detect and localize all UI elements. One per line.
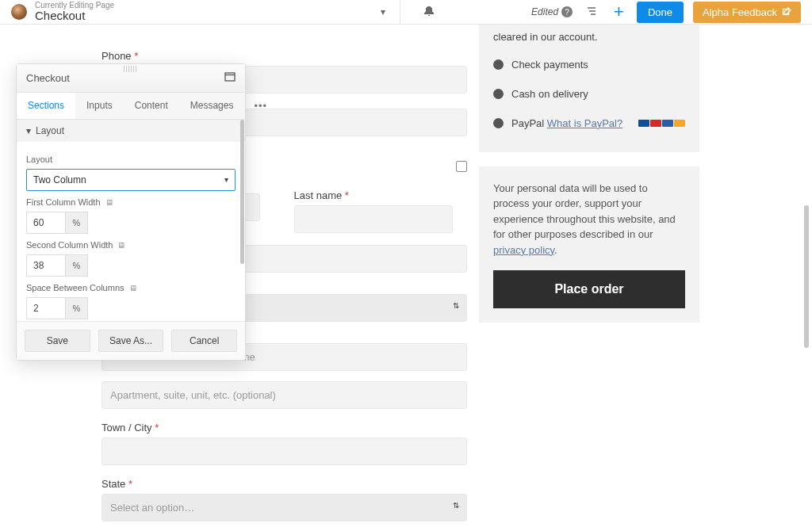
paypal-help-link[interactable]: What is PayPal? — [547, 117, 622, 129]
layout-select-label: Layout — [26, 155, 236, 164]
state-select[interactable] — [102, 494, 467, 521]
radio-icon — [493, 118, 504, 128]
tab-more-icon[interactable]: ••• — [244, 93, 277, 119]
second-col-width-label: Second Column Width 🖥︎ — [26, 240, 236, 250]
radio-icon — [493, 89, 504, 99]
space-between-input[interactable] — [26, 297, 66, 319]
responsive-icon[interactable]: 🖥︎ — [117, 241, 125, 250]
top-bar: Currently Editing Page Checkout ▾ 🔔︎ Edi… — [0, 0, 812, 25]
town-label: Town / City * — [102, 422, 467, 434]
svg-rect-4 — [225, 73, 235, 81]
last-name-input[interactable] — [294, 205, 453, 233]
tab-messages[interactable]: Messages — [179, 93, 245, 119]
checkout-sidebar: cleared in our account. Check payments C… — [479, 25, 699, 323]
phone-label: Phone * — [102, 50, 467, 62]
responsive-icon[interactable]: 🖥︎ — [129, 284, 137, 292]
second-col-width-input[interactable] — [26, 254, 66, 277]
page-canvas: Phone * ldress? Last name * ⇅ Town / — [0, 25, 812, 531]
notifications-icon[interactable]: 🔔︎ — [423, 5, 435, 19]
payment-methods: cleared in our account. Check payments C… — [479, 25, 699, 152]
panel-title: Checkout — [26, 72, 70, 84]
privacy-policy-link[interactable]: privacy policy — [493, 244, 554, 256]
alpha-feedback-button[interactable]: Alpha Feedback — [693, 2, 801, 23]
window-icon[interactable] — [224, 72, 236, 84]
panel-tabs: Sections Inputs Content Messages ••• — [17, 93, 245, 120]
panel-drag-handle-icon[interactable] — [124, 66, 138, 72]
last-name-label: Last name * — [294, 189, 468, 201]
payment-option-paypal[interactable]: PayPal What is PayPal? — [493, 109, 685, 138]
apartment-input[interactable] — [102, 381, 467, 409]
privacy-text: Your personal data will be used to proce… — [493, 181, 685, 258]
page-title: Checkout — [35, 10, 114, 23]
alpha-feedback-label: Alpha Feedback — [703, 6, 777, 18]
tab-sections[interactable]: Sections — [17, 93, 75, 119]
payment-option-check[interactable]: Check payments — [493, 50, 685, 79]
page-dropdown-chevron-icon[interactable]: ▾ — [377, 3, 389, 21]
space-between-label: Space Between Columns 🖥︎ — [26, 283, 236, 292]
page-scrollbar[interactable] — [804, 205, 809, 348]
layout-select[interactable]: Two Column ▾ — [26, 169, 236, 191]
payment-desc-fragment: cleared in our account. — [493, 25, 685, 50]
ship-different-checkbox[interactable] — [456, 161, 467, 172]
settings-panel: Checkout Sections Inputs Content Message… — [16, 63, 246, 361]
responsive-icon[interactable]: 🖥︎ — [105, 198, 113, 207]
outline-icon[interactable] — [582, 2, 601, 23]
unit-label: % — [66, 212, 88, 234]
save-as-button[interactable]: Save As... — [98, 330, 164, 352]
section-layout-toggle[interactable]: ▾ Layout — [17, 120, 245, 142]
first-col-width-input[interactable] — [26, 212, 66, 234]
panel-scrollbar[interactable] — [240, 120, 244, 264]
card-logos-icon — [638, 120, 685, 127]
edit-icon — [782, 7, 791, 17]
privacy-box: Your personal data will be used to proce… — [479, 166, 699, 323]
first-col-width-label: First Column Width 🖥︎ — [26, 197, 236, 207]
unit-label: % — [66, 254, 88, 277]
help-icon[interactable]: ? — [561, 6, 573, 17]
save-button[interactable]: Save — [25, 330, 90, 352]
edited-status: Edited ? — [531, 6, 573, 17]
done-button[interactable]: Done — [637, 2, 684, 23]
tab-content[interactable]: Content — [124, 93, 179, 119]
state-label: State * — [102, 478, 467, 490]
place-order-button[interactable]: Place order — [493, 270, 685, 308]
unit-label: % — [66, 297, 88, 319]
town-input[interactable] — [102, 437, 467, 465]
beaver-logo — [11, 4, 27, 20]
chevron-down-icon: ▾ — [224, 176, 228, 184]
panel-footer: Save Save As... Cancel — [17, 321, 245, 360]
chevron-down-icon: ▾ — [26, 125, 31, 136]
cancel-button[interactable]: Cancel — [171, 330, 237, 352]
radio-icon — [493, 59, 504, 70]
add-module-icon[interactable]: + — [611, 2, 627, 22]
payment-option-cash[interactable]: Cash on delivery — [493, 79, 685, 109]
tab-inputs[interactable]: Inputs — [75, 93, 124, 119]
